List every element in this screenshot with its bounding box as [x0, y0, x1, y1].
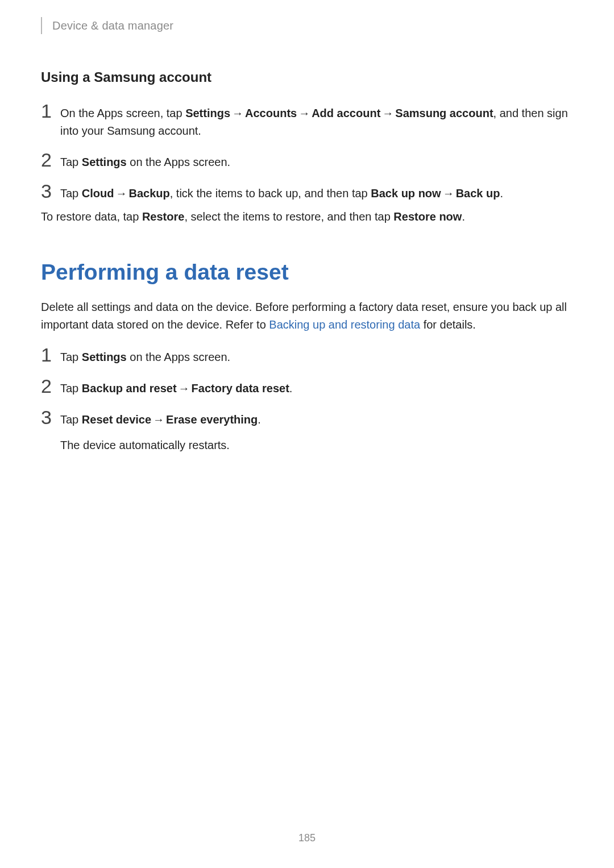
- step-number: 1: [41, 345, 60, 364]
- arrow-icon: →: [151, 413, 166, 426]
- text: , tick the items to back up, and then ta…: [170, 187, 371, 200]
- text: .: [462, 210, 465, 223]
- reset-step-2: 2 Tap Backup and reset→Factory data rese…: [41, 376, 573, 397]
- bold-settings: Settings: [185, 107, 230, 119]
- step-body: Tap Settings on the Apps screen.: [60, 345, 230, 366]
- text: Tap: [60, 156, 82, 168]
- bold-samsung-account: Samsung account: [395, 107, 493, 119]
- bold-reset-device: Reset device: [82, 413, 151, 426]
- text: on the Apps screen.: [127, 156, 230, 168]
- bold-restore-now: Restore now: [393, 210, 462, 223]
- page-number: 185: [0, 832, 614, 844]
- section-title-data-reset: Performing a data reset: [41, 260, 573, 285]
- text: , select the items to restore, and then …: [184, 210, 393, 223]
- bold-add-account: Add account: [312, 107, 380, 119]
- arrow-icon: →: [177, 382, 192, 394]
- arrow-icon: →: [114, 187, 128, 200]
- arrow-icon: →: [297, 107, 312, 119]
- text: .: [289, 382, 293, 394]
- step-body: Tap Reset device→Erase everything. The d…: [60, 408, 261, 454]
- page-content: Device & data manager Using a Samsung ac…: [0, 0, 614, 454]
- chapter-bar-icon: [41, 17, 42, 34]
- intro-paragraph: Delete all settings and data on the devi…: [41, 298, 573, 334]
- reset-step-3: 3 Tap Reset device→Erase everything. The…: [41, 408, 573, 454]
- reset-step-1: 1 Tap Settings on the Apps screen.: [41, 345, 573, 366]
- step-body: Tap Cloud→Backup, tick the items to back…: [60, 181, 503, 202]
- bold-accounts: Accounts: [245, 107, 297, 119]
- text: .: [500, 187, 503, 200]
- step-body: Tap Settings on the Apps screen.: [60, 150, 230, 171]
- arrow-icon: →: [441, 187, 456, 200]
- text: on the Apps screen.: [127, 351, 230, 363]
- step-body: Tap Backup and reset→Factory data reset.: [60, 376, 292, 397]
- step-3: 3 Tap Cloud→Backup, tick the items to ba…: [41, 181, 573, 202]
- link-backing-up[interactable]: Backing up and restoring data: [269, 318, 420, 331]
- bold-factory-reset: Factory data reset: [192, 382, 289, 394]
- step-2: 2 Tap Settings on the Apps screen.: [41, 150, 573, 171]
- bold-restore: Restore: [142, 210, 184, 223]
- chapter-title: Device & data manager: [52, 19, 173, 32]
- step-body: On the Apps screen, tap Settings→Account…: [60, 101, 573, 140]
- step-1: 1 On the Apps screen, tap Settings→Accou…: [41, 101, 573, 140]
- bold-erase-everything: Erase everything: [166, 413, 258, 426]
- bold-settings: Settings: [82, 351, 127, 363]
- text: Tap: [60, 187, 82, 200]
- subheading-samsung-account: Using a Samsung account: [41, 69, 573, 85]
- text: Tap: [60, 382, 82, 394]
- arrow-icon: →: [230, 107, 245, 119]
- text: Tap: [60, 413, 82, 426]
- bold-backup-reset: Backup and reset: [82, 382, 177, 394]
- step-number: 2: [41, 150, 60, 169]
- bold-settings: Settings: [82, 156, 127, 168]
- text: On the Apps screen, tap: [60, 107, 185, 119]
- text: .: [258, 413, 261, 426]
- step-number: 1: [41, 101, 60, 121]
- chapter-header: Device & data manager: [41, 17, 573, 34]
- bold-cloud: Cloud: [82, 187, 114, 200]
- text: Tap: [60, 351, 82, 363]
- text: for details.: [420, 318, 476, 331]
- text: The device automatically restarts.: [60, 439, 230, 451]
- step-number: 3: [41, 408, 60, 427]
- bold-backup: Backup: [128, 187, 169, 200]
- arrow-icon: →: [380, 107, 395, 119]
- text: To restore data, tap: [41, 210, 142, 223]
- bold-back-up-now: Back up now: [371, 187, 441, 200]
- step-number: 3: [41, 181, 60, 201]
- bold-back-up: Back up: [456, 187, 500, 200]
- step-number: 2: [41, 376, 60, 396]
- restore-paragraph: To restore data, tap Restore, select the…: [41, 208, 573, 226]
